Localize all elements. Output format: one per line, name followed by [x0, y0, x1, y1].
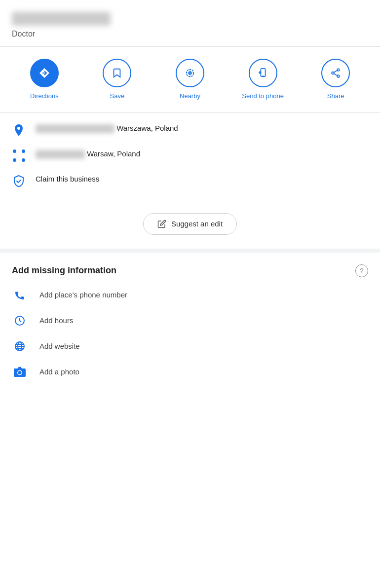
send-to-phone-label: Send to phone [242, 92, 284, 101]
svg-rect-9 [261, 69, 265, 77]
address-text: Warszawa, Poland [36, 123, 178, 134]
add-phone-label: Add place's phone number [39, 291, 127, 299]
camera-icon [12, 366, 28, 378]
help-icon[interactable]: ? [355, 264, 368, 277]
add-info-header: Add missing information ? [12, 264, 368, 277]
info-section: Warszawa, Poland Warsaw, Poland [0, 113, 380, 209]
action-nearby[interactable]: Nearby [163, 59, 217, 101]
svg-line-15 [334, 71, 338, 73]
header-section: Doctor [0, 0, 380, 46]
nearby-label: Nearby [180, 92, 200, 101]
claim-text: Claim this business [36, 174, 99, 185]
suggest-section: Suggest an edit [0, 209, 380, 249]
address-row[interactable]: Warszawa, Poland [12, 123, 368, 137]
address-blurred [36, 124, 114, 133]
shield-icon [12, 174, 26, 187]
directions-circle [30, 59, 59, 87]
location-text: Warsaw, Poland [36, 148, 140, 160]
location-blurred [36, 150, 85, 159]
save-circle [103, 59, 131, 87]
svg-point-4 [190, 73, 190, 74]
dots-icon [12, 148, 26, 162]
action-save[interactable]: Save [90, 59, 144, 101]
pin-icon [12, 123, 26, 137]
share-label: Share [327, 92, 344, 101]
directions-label: Directions [30, 92, 59, 101]
svg-point-17 [17, 127, 20, 130]
add-missing-section: Add missing information ? Add place's ph… [0, 249, 380, 400]
share-circle [321, 59, 350, 87]
place-name-blurred [12, 12, 111, 26]
add-photo-label: Add a photo [39, 368, 79, 376]
send-to-phone-icon [258, 68, 268, 78]
save-icon [112, 68, 122, 78]
action-send-to-phone[interactable]: Send to phone [236, 59, 290, 101]
svg-line-16 [334, 74, 338, 75]
send-to-phone-circle [249, 59, 277, 87]
action-share[interactable]: Share [308, 59, 363, 101]
globe-icon [12, 340, 28, 352]
suggest-edit-button[interactable]: Suggest an edit [143, 213, 237, 235]
add-info-title: Add missing information [12, 265, 116, 276]
pencil-icon [157, 220, 166, 228]
svg-point-13 [332, 72, 334, 74]
add-hours-label: Add hours [39, 316, 73, 325]
address-suffix: Warszawa, Poland [116, 124, 178, 132]
action-directions[interactable]: Directions [17, 59, 72, 101]
svg-point-26 [18, 371, 22, 374]
suggest-edit-label: Suggest an edit [171, 220, 223, 228]
actions-row: Directions Save [0, 47, 380, 112]
directions-icon [38, 67, 50, 79]
svg-point-14 [337, 75, 340, 77]
nearby-circle [176, 59, 204, 87]
svg-point-12 [337, 69, 340, 71]
share-icon [330, 68, 341, 78]
add-photo-row[interactable]: Add a photo [12, 366, 368, 378]
nearby-icon [185, 68, 195, 78]
phone-icon [12, 289, 28, 301]
add-hours-row[interactable]: Add hours [12, 315, 368, 327]
location-row[interactable]: Warsaw, Poland [12, 148, 368, 162]
save-label: Save [110, 92, 125, 101]
add-website-label: Add website [39, 342, 80, 350]
location-suffix: Warsaw, Poland [87, 149, 140, 158]
place-subtitle: Doctor [12, 30, 368, 38]
add-phone-row[interactable]: Add place's phone number [12, 289, 368, 301]
add-website-row[interactable]: Add website [12, 340, 368, 352]
clock-icon [12, 315, 28, 327]
claim-row[interactable]: Claim this business [12, 174, 368, 187]
